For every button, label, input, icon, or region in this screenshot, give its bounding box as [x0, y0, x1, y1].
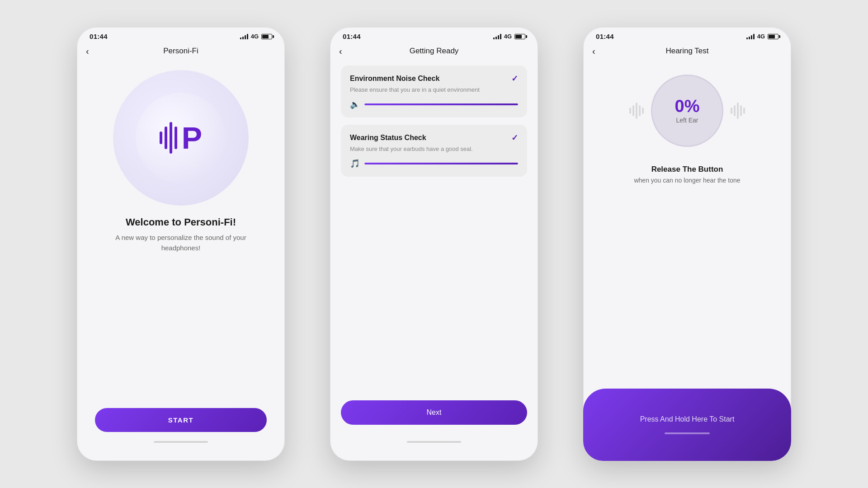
battery-icon-3 [768, 34, 778, 39]
noise-check-card: Environment Noise Check ✓ Please ensure … [341, 66, 527, 117]
phone-2: 01:44 4G ‹ Getting Ready Environment Noi… [330, 27, 538, 461]
ear-label: Left Ear [676, 117, 698, 124]
press-hold-text: Press And Hold Here To Start [640, 415, 735, 423]
noise-check-title: Environment Noise Check [350, 75, 439, 83]
ear-circle: 0% Left Ear [651, 75, 723, 147]
time-1: 01:44 [90, 33, 108, 40]
back-button-3[interactable]: ‹ [592, 46, 595, 56]
noise-check-header: Environment Noise Check ✓ [350, 74, 518, 84]
signal-icon-1 [240, 34, 248, 39]
wearing-check-title: Wearing Status Check [350, 134, 426, 142]
battery-icon-1 [261, 34, 272, 39]
battery-icon-2 [514, 34, 525, 39]
home-indicator-2 [407, 441, 461, 443]
start-button[interactable]: START [95, 408, 267, 432]
time-3: 01:44 [596, 33, 614, 40]
nav-bar-2: ‹ Getting Ready [330, 43, 538, 61]
network-1: 4G [251, 33, 259, 40]
waveform-logo [160, 122, 177, 154]
screen3-content: 0% Left Ear Release The Button when you … [583, 61, 791, 461]
status-bar-1: 01:44 4G [77, 27, 285, 43]
right-waveform [731, 103, 745, 119]
noise-check-subtitle: Please ensure that you are in a quiet en… [350, 86, 518, 93]
signal-icon-2 [493, 34, 501, 39]
network-2: 4G [504, 33, 512, 40]
wave-bar-4 [175, 127, 177, 149]
logo-circle: P [113, 70, 249, 206]
hearing-circle-area: 0% Left Ear [629, 75, 745, 147]
volume-icon: 🔈 [350, 99, 360, 109]
wave-bar-1 [160, 131, 162, 144]
wearing-check-header: Wearing Status Check ✓ [350, 133, 518, 143]
network-3: 4G [757, 33, 765, 40]
next-button[interactable]: Next [341, 400, 527, 425]
nav-title-1: Personi-Fi [163, 47, 198, 56]
welcome-text: Welcome to Personi-Fi! A new way to pers… [95, 216, 267, 253]
status-bar-3: 01:44 4G [583, 27, 791, 43]
wearing-check-card: Wearing Status Check ✓ Make sure that yo… [341, 125, 527, 177]
back-button-2[interactable]: ‹ [339, 46, 342, 56]
release-title: Release The Button [634, 165, 740, 174]
nav-title-3: Hearing Test [665, 47, 708, 56]
release-subtitle: when you can no longer hear the tone [634, 177, 740, 184]
status-bar-2: 01:44 4G [330, 27, 538, 43]
wave-bar-3 [170, 122, 172, 154]
nav-bar-3: ‹ Hearing Test [583, 43, 791, 61]
nav-bar-1: ‹ Personi-Fi [77, 43, 285, 61]
wearing-progress-fill [364, 163, 518, 164]
screen1-content: P Welcome to Personi-Fi! A new way to pe… [77, 61, 285, 461]
wearing-check-row: 🎵 [350, 159, 518, 169]
status-icons-1: 4G [240, 33, 272, 40]
noise-progress-fill [364, 103, 518, 105]
press-hold-button[interactable]: Press And Hold Here To Start [583, 389, 791, 461]
signal-icon-3 [746, 34, 755, 39]
ear-percent: 0% [675, 98, 700, 115]
p-letter: P [182, 122, 202, 153]
wearing-check-icon: ✓ [511, 133, 518, 143]
home-indicator-1 [154, 441, 208, 443]
nav-title-2: Getting Ready [410, 47, 459, 56]
back-button-1[interactable]: ‹ [86, 46, 89, 56]
status-icons-2: 4G [493, 33, 525, 40]
personi-fi-logo: P [160, 122, 202, 154]
screen2-content: Environment Noise Check ✓ Please ensure … [330, 61, 538, 461]
welcome-title: Welcome to Personi-Fi! [95, 216, 267, 228]
noise-progress-bg [364, 103, 518, 105]
phone-1: 01:44 4G ‹ Personi-Fi [77, 27, 285, 461]
status-icons-3: 4G [746, 33, 778, 40]
release-section: Release The Button when you can no longe… [634, 165, 740, 184]
noise-check-row: 🔈 [350, 99, 518, 109]
wearing-check-subtitle: Make sure that your earbuds have a good … [350, 145, 518, 152]
home-indicator-3 [665, 432, 710, 434]
time-2: 01:44 [343, 33, 361, 40]
wearing-progress-bg [364, 163, 518, 164]
logo-inner: P [136, 93, 226, 183]
welcome-subtitle: A new way to personalize the sound of yo… [95, 233, 267, 253]
music-icon: 🎵 [350, 159, 360, 169]
noise-check-icon: ✓ [511, 74, 518, 84]
wave-bar-2 [165, 127, 167, 149]
phone-3: 01:44 4G ‹ Hearing Test [583, 27, 791, 461]
left-waveform [629, 103, 644, 119]
